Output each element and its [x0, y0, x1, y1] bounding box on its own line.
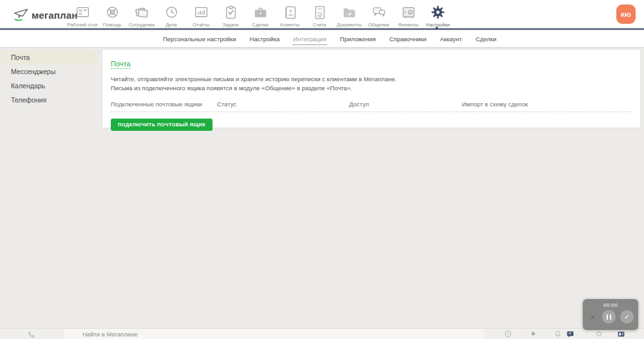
search-input[interactable] — [64, 329, 484, 339]
column-connected-mailboxes: Подключенные почтовые ящики — [111, 101, 217, 108]
mail-settings-card: Почта Читайте, отправляйте электронные п… — [102, 49, 641, 128]
lifebuoy-icon — [104, 4, 120, 21]
pause-icon — [607, 315, 611, 320]
column-access: Доступ — [349, 101, 462, 108]
tab-setup[interactable]: Настройка — [249, 34, 281, 44]
chat-bubbles-icon — [370, 4, 387, 21]
news-icon[interactable] — [617, 330, 625, 338]
clipboard-check-icon — [222, 4, 239, 21]
user-avatar[interactable]: КЮ — [616, 5, 636, 24]
nav-item-finance[interactable]: Финансы — [393, 2, 423, 28]
nav-item-label: Отчёты — [193, 22, 209, 28]
nav-item-label: Сотрудники — [129, 22, 155, 28]
nav-item-todos[interactable]: Дела — [156, 2, 186, 28]
recorder-timer: 00:00 — [603, 302, 618, 308]
phone-icon[interactable] — [27, 330, 35, 339]
active-nav-caret — [434, 26, 439, 30]
nav-item-label: Финансы — [398, 22, 419, 28]
recorder-buttons: × ✓ — [587, 310, 634, 324]
settings-tabbar: Персональные настройки Настройка Интегра… — [0, 31, 644, 48]
message-icon[interactable] — [566, 330, 574, 338]
tab-applications[interactable]: Приложения — [339, 34, 377, 44]
nav-item-desktop[interactable]: Рабочий стол — [68, 2, 97, 28]
nav-item-documents[interactable]: Документы — [334, 2, 364, 28]
nav-item-deals[interactable]: Сделки — [245, 2, 275, 28]
nav-item-communication[interactable]: Общение — [364, 2, 393, 28]
star-icon[interactable] — [595, 330, 603, 338]
nav-item-label: Счета — [313, 22, 327, 28]
tab-account[interactable]: Аккаунт — [439, 34, 462, 44]
column-deal-import: Импорт в схему сделок — [462, 101, 632, 108]
sidebar-item-calendar[interactable]: Календарь — [0, 79, 97, 93]
recorder-confirm-button[interactable]: ✓ — [620, 310, 634, 324]
address-book-icon — [281, 4, 298, 21]
bar-chart-icon — [193, 4, 209, 21]
nav-item-label: Документы — [337, 22, 362, 28]
mail-description-line2: Письма из подключенного ящика появятся в… — [111, 84, 632, 93]
nav-item-label: Клиенты — [280, 22, 299, 28]
top-header: мегаплан Рабочий стол Пом — [0, 0, 644, 30]
screen-recorder-widget: 00:00 × ✓ — [583, 299, 638, 330]
connect-mailbox-button[interactable]: ПОДКЛЮЧИТЬ ПОЧТОВЫЙ ЯЩИК — [111, 119, 213, 131]
nav-item-clients[interactable]: Клиенты — [275, 2, 305, 28]
nav-item-tasks[interactable]: Задачи — [216, 2, 245, 28]
recorder-close-button[interactable]: × — [587, 312, 598, 322]
nav-item-employees[interactable]: Сотрудники — [127, 2, 156, 28]
nav-item-label: Сделки — [252, 22, 269, 28]
nav-item-label: Задачи — [222, 22, 238, 28]
main-navigation: Рабочий стол Помощь Сотрудники — [68, 2, 453, 28]
paper-plane-icon — [13, 7, 30, 23]
safe-icon — [400, 4, 417, 21]
desktop-icon — [74, 4, 91, 21]
tab-directories[interactable]: Справочники — [388, 34, 427, 44]
nav-item-label: Помощь — [103, 22, 122, 28]
recorder-pause-button[interactable] — [602, 310, 616, 324]
briefcase-icon — [252, 4, 269, 21]
check-icon: ✓ — [624, 313, 629, 320]
close-icon: × — [591, 313, 594, 321]
folder-icon — [341, 4, 357, 21]
alert-circle-icon[interactable] — [504, 330, 512, 338]
nav-item-label: Общение — [368, 22, 390, 28]
nav-item-settings[interactable]: Настройки — [423, 2, 453, 28]
mail-description-line1: Читайте, отправляйте электронные письма … — [111, 75, 632, 84]
tab-personal-settings[interactable]: Персональные настройки — [162, 34, 237, 44]
gear-icon — [430, 4, 446, 21]
tab-integration[interactable]: Интеграция — [292, 34, 327, 45]
mail-section-title[interactable]: Почта — [111, 60, 131, 69]
invoice-icon — [311, 4, 328, 21]
tab-deals[interactable]: Сделки — [475, 34, 497, 44]
mail-description: Читайте, отправляйте электронные письма … — [111, 75, 632, 92]
clock-icon — [163, 4, 180, 21]
flame-icon[interactable] — [529, 330, 536, 338]
integration-sidebar: Почта Мессенджеры Календарь Телефония — [0, 50, 97, 107]
bell-icon[interactable] — [554, 330, 562, 338]
bottom-bar — [0, 328, 644, 339]
photos-icon — [133, 4, 150, 21]
nav-item-label: Дела — [166, 22, 177, 28]
sidebar-item-messengers[interactable]: Мессенджеры — [0, 64, 97, 79]
nav-item-reports[interactable]: Отчёты — [186, 2, 216, 28]
sidebar-item-telephony[interactable]: Телефония — [0, 93, 97, 107]
column-status: Статус — [217, 101, 349, 108]
nav-item-help[interactable]: Помощь — [97, 2, 127, 28]
nav-item-invoices[interactable]: Счета — [305, 2, 334, 28]
nav-item-label: Рабочий стол — [67, 22, 97, 28]
sidebar-item-mail[interactable]: Почта — [0, 50, 97, 64]
mailboxes-table-header: Подключенные почтовые ящики Статус Досту… — [111, 101, 632, 112]
